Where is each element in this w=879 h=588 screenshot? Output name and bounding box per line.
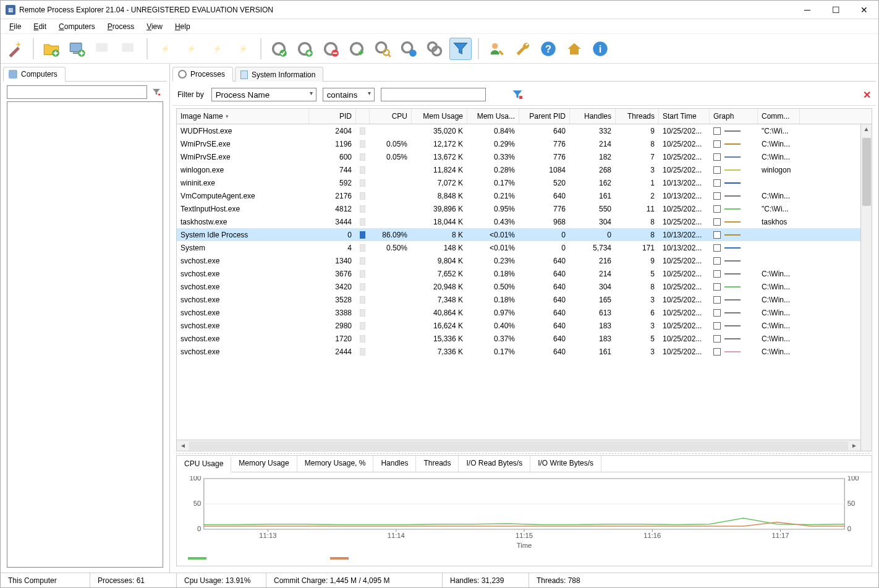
v-scrollbar[interactable]: ▲ [860,124,872,451]
process-table: Image Name PID CPU Mem Usage Mem Usa... … [176,108,872,451]
col-image-name[interactable]: Image Name [177,109,309,124]
wrench-button[interactable] [511,38,533,60]
help-button[interactable]: ? [537,38,559,60]
table-row[interactable]: svchost.exe172015,336 K0.37%640183510/25… [177,332,860,345]
table-row[interactable]: WUDFHost.exe240435,020 K0.84%640332910/2… [177,124,860,137]
table-row[interactable]: TextInputHost.exe481239,896 K0.95%776550… [177,202,860,215]
chart-tab-thr[interactable]: Threads [416,456,459,472]
col-handles[interactable]: Handles [570,109,616,124]
chart-tab-memp[interactable]: Memory Usage, % [297,456,374,472]
table-row[interactable]: svchost.exe342020,948 K0.50%640304810/25… [177,280,860,293]
scroll-thumb-v[interactable] [862,138,871,206]
home-button[interactable] [563,38,585,60]
add-folder-button[interactable] [40,38,62,60]
tab-sysinfo[interactable]: System Information [235,67,323,82]
menu-view[interactable]: View [142,21,168,32]
toolbar-separator [33,38,34,59]
table-row[interactable]: System40.50%148 K<0.01%05,73417110/13/20… [177,241,860,254]
status-computer: This Computer [1,573,90,587]
computers-filter-input[interactable] [7,85,147,99]
filter-toggle-button[interactable] [449,38,472,60]
chart-tab-mem[interactable]: Memory Usage [231,456,297,472]
edit-computer-button[interactable] [92,38,114,60]
scroll-left-icon[interactable]: ◄ [178,442,188,449]
bolt-3-button[interactable]: ⚡ [206,38,228,60]
filter-value-input[interactable] [381,88,486,101]
menu-computers[interactable]: Computers [54,21,100,32]
filter-field-select[interactable]: Process Name [211,88,316,101]
svg-text:?: ? [545,43,551,54]
table-body[interactable]: WUDFHost.exe240435,020 K0.84%640332910/2… [177,124,860,440]
menu-process[interactable]: Process [103,21,139,32]
col-graph[interactable]: Graph [710,109,758,124]
svg-text:50: 50 [847,500,856,507]
tab-computers[interactable]: Computers [3,67,66,82]
svg-text:100: 100 [190,476,202,482]
col-pid[interactable]: PID [309,109,356,124]
gear-refresh-button[interactable] [268,38,290,60]
col-command[interactable]: Comm... [758,109,800,124]
minimize-button[interactable]: ─ [793,1,822,19]
col-threads[interactable]: Threads [616,109,659,124]
computer-icon [9,70,17,79]
scroll-right-icon[interactable]: ► [849,442,859,449]
gear-stack-button[interactable] [423,38,446,60]
gear-remove-button[interactable] [320,38,342,60]
col-parent-pid[interactable]: Parent PID [519,109,570,124]
scroll-thumb[interactable] [189,441,848,450]
table-row[interactable]: svchost.exe338840,864 K0.97%640613610/25… [177,306,860,319]
col-mem-usage-pct[interactable]: Mem Usa... [467,109,519,124]
filter-op-select[interactable]: contains [323,88,375,101]
menu-edit[interactable]: Edit [28,21,51,32]
add-computer-button[interactable] [66,38,88,60]
close-button[interactable]: ✕ [850,1,878,19]
table-row[interactable]: taskhostw.exe344418,044 K0.43%968304810/… [177,215,860,228]
computers-list[interactable] [7,101,163,568]
table-row[interactable]: wininit.exe5927,072 K0.17%520162110/13/2… [177,176,860,189]
bolt-1-button[interactable]: ⚡ [154,38,176,60]
col-cpu-bar[interactable] [356,109,370,124]
gear-down-button[interactable] [346,38,368,60]
chart-tab-hand[interactable]: Handles [373,456,416,472]
table-row[interactable]: svchost.exe298016,624 K0.40%640183310/25… [177,319,860,332]
gear-search-button[interactable] [372,38,394,60]
table-row[interactable]: svchost.exe35287,348 K0.18%640165310/25/… [177,293,860,306]
toolbar-separator [146,38,148,59]
delete-computer-button[interactable] [118,38,140,60]
table-row[interactable]: svchost.exe13409,804 K0.23%640216910/25/… [177,254,860,267]
table-row[interactable]: winlogon.exe74411,824 K0.28%1084268310/2… [177,163,860,176]
info-button[interactable]: i [589,38,611,60]
table-row[interactable]: WmiPrvSE.exe6000.05%13,672 K0.33%7761827… [177,150,860,163]
col-start-time[interactable]: Start Time [659,109,710,124]
col-cpu[interactable]: CPU [370,109,412,124]
menu-help[interactable]: Help [170,21,195,32]
col-mem-usage[interactable]: Mem Usage [412,109,467,124]
h-scrollbar[interactable]: ◄ ► [177,440,860,451]
filter-bar: Filter by Process Name contains ✕ [172,82,876,106]
scroll-up-icon[interactable]: ▲ [861,124,872,134]
menu-file[interactable]: File [4,21,26,32]
close-filter-panel-button[interactable]: ✕ [863,89,871,101]
maximize-button[interactable]: ☐ [822,1,850,19]
gear-add-button[interactable] [294,38,316,60]
computers-filter-clear-icon[interactable] [150,85,163,99]
table-row[interactable]: System Idle Process086.09%8 K<0.01%00810… [177,228,860,241]
table-row[interactable]: svchost.exe36767,652 K0.18%640214510/25/… [177,267,860,280]
table-row[interactable]: WmiPrvSE.exe11960.05%12,172 K0.29%776214… [177,137,860,150]
svg-point-16 [409,49,417,57]
svg-text:i: i [599,43,602,54]
chart-tab-ior[interactable]: I/O Read Bytes/s [459,456,530,472]
gear-globe-button[interactable] [397,38,420,60]
clear-filter-button[interactable] [511,88,524,101]
table-row[interactable]: VmComputeAgent.exe21768,848 K0.21%640161… [177,189,860,202]
tab-processes[interactable]: Processes [172,67,233,82]
legend-series-b [330,557,349,560]
user-key-button[interactable] [485,38,507,60]
svg-text:11:15: 11:15 [516,532,533,539]
chart-tab-cpu[interactable]: CPU Usage [177,456,231,472]
chart-tab-iow[interactable]: I/O Write Bytes/s [530,456,601,472]
bolt-4-button[interactable]: ⚡ [232,38,254,60]
bolt-2-button[interactable]: ⚡ [180,38,202,60]
table-row[interactable]: svchost.exe24447,336 K0.17%640161310/25/… [177,345,860,358]
wizard-button[interactable] [4,38,27,60]
